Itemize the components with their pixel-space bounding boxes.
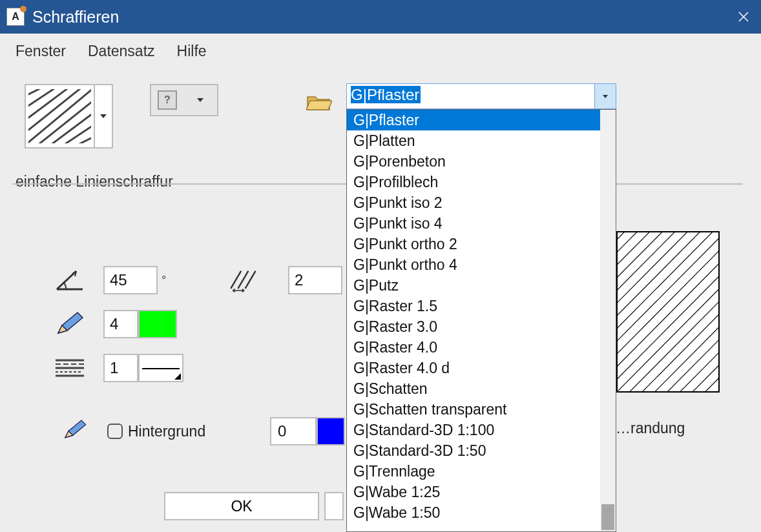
menu-hilfe[interactable]: Hilfe — [177, 43, 207, 60]
pen-row — [54, 303, 339, 345]
angle-icon — [54, 267, 103, 293]
background-pen-input[interactable] — [270, 417, 317, 445]
dropdown-item[interactable]: G|Trennlage — [347, 461, 600, 482]
background-pen-group — [270, 413, 345, 449]
hatch-name-combobox[interactable]: G|Pflaster — [346, 83, 616, 109]
dropdown-item[interactable]: G|Wabe 1:50 — [347, 502, 600, 523]
linetype-icon — [54, 355, 103, 381]
dropdown-item[interactable]: G|Platten — [347, 130, 600, 151]
cancel-button[interactable] — [324, 492, 344, 520]
section-title: einfache Linienschraffur — [16, 173, 173, 190]
spacing-input[interactable] — [288, 266, 342, 294]
dropdown-item[interactable]: G|Punkt iso 2 — [347, 192, 600, 213]
dropdown-item[interactable]: G|Pflaster — [347, 110, 600, 130]
pencil-icon — [54, 311, 103, 337]
chevron-down-icon — [594, 84, 616, 108]
hatch-large-preview — [616, 231, 720, 393]
ok-button[interactable]: OK — [164, 492, 319, 520]
app-icon: A — [6, 8, 25, 26]
dropdown-item[interactable]: G|Raster 3.0 — [347, 316, 600, 337]
title-bar: A Schraffieren — [0, 0, 761, 34]
angle-input[interactable] — [103, 266, 158, 294]
combobox-selected-text: G|Pflaster — [347, 84, 594, 108]
dropdown-item[interactable]: G|Raster 1.5 — [347, 296, 600, 316]
dropdown-item[interactable]: G|Profilblech — [347, 172, 600, 192]
dropdown-item[interactable]: G|Punkt iso 4 — [347, 213, 600, 234]
dropdown-scrollbar[interactable] — [600, 110, 616, 531]
pen-input[interactable] — [103, 310, 138, 338]
question-icon: ? — [151, 85, 183, 115]
background-color-swatch[interactable] — [317, 417, 345, 445]
linetype-swatch[interactable] — [138, 354, 183, 382]
pen-color-swatch[interactable] — [138, 310, 177, 338]
window-title: Schraffieren — [32, 8, 119, 26]
linetype-row — [54, 347, 339, 389]
scrollbar-thumb[interactable] — [601, 504, 614, 530]
close-icon — [738, 8, 749, 26]
dropdown-list: G|PflasterG|PlattenG|PorenbetonG|Profilb… — [347, 110, 600, 531]
dropdown-item[interactable]: G|Standard-3D 1:50 — [347, 440, 600, 461]
dropdown-item[interactable]: G|Raster 4.0 d — [347, 358, 600, 378]
dropdown-item[interactable]: G|Raster 4.0 — [347, 337, 600, 358]
open-folder-button[interactable] — [306, 90, 332, 114]
background-checkbox[interactable] — [107, 424, 123, 439]
hatch-style-dropdown[interactable] — [25, 84, 113, 148]
folder-icon — [306, 105, 332, 116]
pencil-icon — [62, 417, 107, 445]
background-row: Hintergrund — [62, 413, 236, 449]
background-label: Hintergrund — [128, 423, 205, 440]
linetype-input[interactable] — [103, 354, 138, 382]
menu-datensatz[interactable]: Datensatz — [88, 43, 155, 60]
dropdown-item[interactable]: G|Wabe 1:25 — [347, 482, 600, 502]
dropdown-item[interactable]: G|Schatten — [347, 378, 600, 399]
chevron-down-icon — [183, 85, 217, 115]
chevron-down-icon — [94, 85, 112, 147]
hatch-params-col2 — [229, 260, 342, 303]
dropdown-item[interactable]: G|Putz — [347, 275, 600, 296]
dropdown-item[interactable]: G|Porenbeton — [347, 151, 600, 172]
client-area: ? G|Pflaster einfache Linienschraffur — [0, 68, 761, 532]
dropdown-item[interactable]: G|Standard-3D 1:100 — [347, 420, 600, 440]
hatch-swatch-icon — [26, 85, 94, 147]
close-button[interactable] — [726, 0, 761, 34]
hatch-category-dropdown[interactable]: ? — [150, 84, 218, 116]
menu-bar: Fenster Datensatz Hilfe — [0, 34, 761, 68]
hatch-name-dropdown-list: G|PflasterG|PlattenG|PorenbetonG|Profilb… — [346, 109, 616, 532]
umrandung-label: …randung — [616, 420, 685, 437]
angle-unit: ° — [162, 274, 166, 287]
dropdown-item[interactable]: G|Punkt ortho 4 — [347, 254, 600, 275]
spacing-icon — [229, 267, 288, 293]
spacing-row — [229, 260, 342, 301]
menu-fenster[interactable]: Fenster — [16, 43, 66, 60]
dropdown-item[interactable]: G|Punkt ortho 2 — [347, 234, 600, 254]
dropdown-item[interactable]: G|Schatten transparent — [347, 399, 600, 420]
